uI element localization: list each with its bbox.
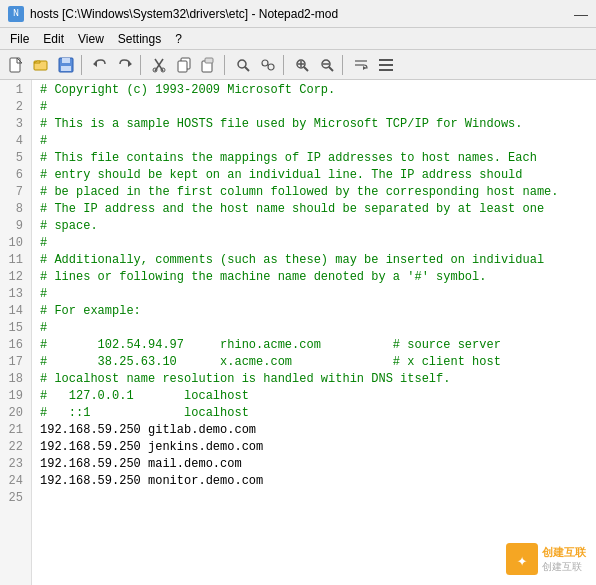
new-button[interactable] — [4, 53, 28, 77]
line-number-16: 16 — [4, 337, 27, 354]
code-line-23: 192.168.59.250 jenkins.demo.com — [40, 439, 588, 456]
code-area[interactable]: # Copyright (c) 1993-2009 Microsoft Corp… — [32, 80, 596, 585]
editor-area: 1234567891011121314151617181920212223242… — [0, 80, 596, 585]
watermark-text: 创建互联 创建互联 — [542, 545, 586, 572]
wordwrap-button[interactable] — [349, 53, 373, 77]
settings-button[interactable] — [374, 53, 398, 77]
menu-item-settings[interactable]: Settings — [112, 31, 167, 47]
line-number-20: 20 — [4, 405, 27, 422]
code-line-14: # For example: — [40, 303, 588, 320]
app-icon: N — [8, 6, 24, 22]
svg-rect-13 — [178, 61, 187, 72]
code-line-8: # The IP address and the host name shoul… — [40, 201, 588, 218]
watermark: ✦ 创建互联 创建互联 — [506, 543, 586, 575]
title-bar-left: N hosts [C:\Windows\System32\drivers\etc… — [8, 6, 338, 22]
line-number-15: 15 — [4, 320, 27, 337]
menu-item-?[interactable]: ? — [169, 31, 188, 47]
line-number-7: 7 — [4, 184, 27, 201]
code-line-9: # space. — [40, 218, 588, 235]
undo-button[interactable] — [88, 53, 112, 77]
code-line-11: # Additionally, comments (such as these)… — [40, 252, 588, 269]
line-number-10: 10 — [4, 235, 27, 252]
svg-point-16 — [238, 60, 246, 68]
watermark-logo: ✦ — [506, 543, 538, 575]
line-number-9: 9 — [4, 218, 27, 235]
svg-rect-15 — [205, 58, 213, 63]
svg-text:✦: ✦ — [517, 551, 528, 571]
code-line-24: 192.168.59.250 mail.demo.com — [40, 456, 588, 473]
sep5 — [342, 55, 346, 75]
menu-item-edit[interactable]: Edit — [37, 31, 70, 47]
code-line-7: # be placed in the first column followed… — [40, 184, 588, 201]
code-line-16: # 102.54.94.97 rhino.acme.com # source s… — [40, 337, 588, 354]
line-number-3: 3 — [4, 116, 27, 133]
redo-button[interactable] — [113, 53, 137, 77]
line-numbers: 1234567891011121314151617181920212223242… — [0, 80, 32, 585]
svg-rect-5 — [61, 66, 71, 71]
svg-marker-30 — [363, 66, 366, 70]
line-number-21: 21 — [4, 422, 27, 439]
line-number-19: 19 — [4, 388, 27, 405]
toolbar — [0, 50, 596, 80]
svg-line-17 — [245, 67, 249, 71]
menu-item-view[interactable]: View — [72, 31, 110, 47]
code-line-4: # — [40, 133, 588, 150]
line-number-11: 11 — [4, 252, 27, 269]
code-line-19: # localhost name resolution is handled w… — [40, 371, 588, 388]
line-number-24: 24 — [4, 473, 27, 490]
save-button[interactable] — [54, 53, 78, 77]
line-number-17: 17 — [4, 354, 27, 371]
open-button[interactable] — [29, 53, 53, 77]
window-title: hosts [C:\Windows\System32\drivers\etc] … — [30, 7, 338, 21]
code-line-3: # This is a sample HOSTS file used by Mi… — [40, 116, 588, 133]
zoomin-button[interactable] — [290, 53, 314, 77]
sep1 — [81, 55, 85, 75]
code-line-15: # — [40, 320, 588, 337]
replace-button[interactable] — [256, 53, 280, 77]
code-line-12: # lines or following the machine name de… — [40, 269, 588, 286]
zoomout-button[interactable] — [315, 53, 339, 77]
svg-rect-33 — [379, 69, 393, 71]
code-line-25: 192.168.59.250 monitor.demo.com — [40, 473, 588, 490]
menu-item-file[interactable]: File — [4, 31, 35, 47]
code-line-1: # Copyright (c) 1993-2009 Microsoft Corp… — [40, 82, 588, 99]
code-line-22: 192.168.59.250 gitlab.demo.com — [40, 422, 588, 439]
paste-button[interactable] — [197, 53, 221, 77]
code-line-20: # 127.0.0.1 localhost — [40, 388, 588, 405]
copy-button[interactable] — [172, 53, 196, 77]
code-line-21: # ::1 localhost — [40, 405, 588, 422]
svg-rect-32 — [379, 64, 393, 66]
sep4 — [283, 55, 287, 75]
line-number-4: 4 — [4, 133, 27, 150]
svg-line-22 — [304, 67, 308, 71]
line-number-2: 2 — [4, 99, 27, 116]
line-number-25: 25 — [4, 490, 27, 507]
line-number-6: 6 — [4, 167, 27, 184]
sep3 — [224, 55, 228, 75]
code-line-2: # — [40, 99, 588, 116]
line-number-22: 22 — [4, 439, 27, 456]
line-number-13: 13 — [4, 286, 27, 303]
menu-bar: FileEditViewSettings? — [0, 28, 596, 50]
line-number-14: 14 — [4, 303, 27, 320]
line-number-1: 1 — [4, 82, 27, 99]
code-line-6: # entry should be kept on an individual … — [40, 167, 588, 184]
sep2 — [140, 55, 144, 75]
svg-rect-4 — [62, 58, 70, 63]
cut-button[interactable] — [147, 53, 171, 77]
code-line-10: # — [40, 235, 588, 252]
line-number-18: 18 — [4, 371, 27, 388]
svg-rect-31 — [379, 59, 393, 61]
minimize-button[interactable]: — — [574, 6, 588, 22]
code-line-13: # — [40, 286, 588, 303]
code-line-17: # 38.25.63.10 x.acme.com # x client host — [40, 354, 588, 371]
line-number-12: 12 — [4, 269, 27, 286]
svg-line-26 — [329, 67, 333, 71]
title-bar: N hosts [C:\Windows\System32\drivers\etc… — [0, 0, 596, 28]
find-button[interactable] — [231, 53, 255, 77]
line-number-23: 23 — [4, 456, 27, 473]
line-number-8: 8 — [4, 201, 27, 218]
line-number-5: 5 — [4, 150, 27, 167]
code-line-5: # This file contains the mappings of IP … — [40, 150, 588, 167]
